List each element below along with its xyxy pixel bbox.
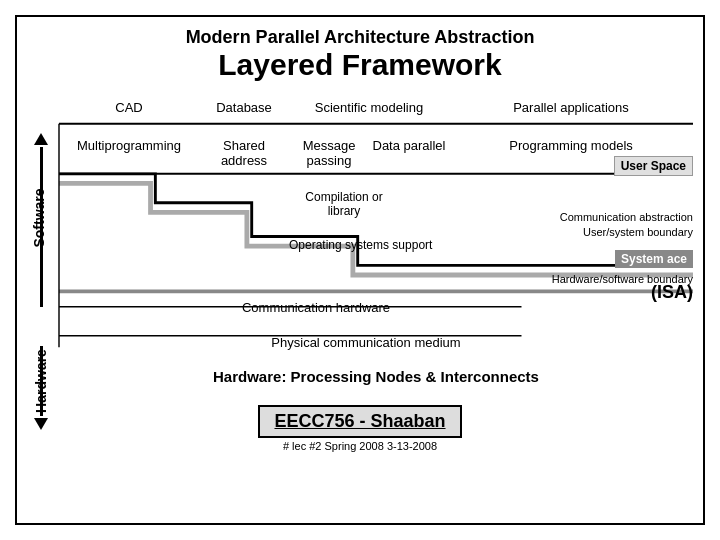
row1: CAD Database Scientific modeling Paralle… — [59, 100, 693, 115]
comm-abstraction-text: Communication abstraction — [560, 210, 693, 225]
footer: EECC756 - Shaaban # lec #2 Spring 2008 3… — [27, 405, 693, 452]
arrow-up-icon — [34, 133, 48, 145]
row1-database: Database — [199, 100, 289, 115]
user-system-boundary-text: User/system boundary — [560, 225, 693, 240]
footer-sub: # lec #2 Spring 2008 3-13-2008 — [283, 440, 437, 452]
phys-comm: Physical communication medium — [139, 335, 593, 350]
main-title: Modern Parallel Architecture Abstraction — [27, 27, 693, 48]
row2: Multiprogramming Shared address Message … — [59, 134, 693, 168]
comm-abstraction: Communication abstraction User/system bo… — [560, 210, 693, 241]
footer-badge: EECC756 - Shaaban — [258, 405, 461, 438]
row2-shared-address: Shared address — [199, 134, 289, 168]
row2-message-passing: Message passing — [289, 134, 369, 168]
system-space-badge: System ace — [615, 250, 693, 268]
outer-border: Modern Parallel Architecture Abstraction… — [15, 15, 705, 525]
sub-title: Layered Framework — [27, 48, 693, 82]
software-text: Software — [31, 188, 47, 247]
software-label: Software — [27, 120, 55, 320]
user-space-badge: User Space — [614, 156, 693, 176]
row1-cad: CAD — [59, 100, 199, 115]
hw-nodes: Hardware: Processing Nodes & Interconnec… — [59, 368, 693, 385]
comm-hardware: Communication hardware — [139, 300, 493, 315]
isa-text: (ISA) — [651, 282, 693, 303]
row1-scientific: Scientific modeling — [289, 100, 449, 115]
row2-multiprogramming: Multiprogramming — [59, 134, 199, 153]
hardware-text: Hardware — [33, 349, 49, 413]
content-area: Software Hardware — [27, 90, 693, 460]
compilation-box: Compilation or library — [289, 190, 399, 218]
title-area: Modern Parallel Architecture Abstraction… — [27, 27, 693, 82]
os-support: Operating systems support — [289, 238, 432, 252]
row2-programming-models: Programming models — [449, 134, 693, 153]
row1-parallel-apps: Parallel applications — [449, 100, 693, 115]
row2-data-parallel: Data parallel — [369, 134, 449, 153]
